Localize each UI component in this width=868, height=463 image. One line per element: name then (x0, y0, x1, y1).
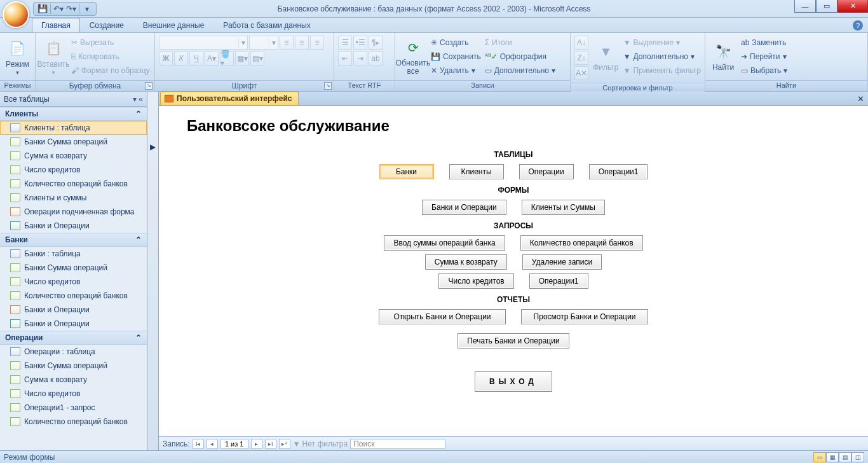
advanced-filter-button[interactable]: ▼Дополнительно▾ (623, 50, 701, 64)
exit-button[interactable]: ВЫХОД (475, 371, 552, 392)
datasheet-view-button[interactable]: ▦ (826, 452, 839, 462)
delete-record-button[interactable]: ✕Удалить▾ (431, 64, 481, 78)
navpane-item[interactable]: Число кредитов (0, 387, 147, 401)
form-button[interactable]: Операции (519, 164, 574, 179)
next-record-button[interactable]: ▸ (251, 439, 262, 449)
navpane-item[interactable]: Операции1 - запрос (0, 401, 147, 415)
save-icon[interactable]: 💾 (37, 4, 48, 14)
design-view-button[interactable]: ◫ (851, 452, 864, 462)
ribbon-group-label: Текст RTF (334, 80, 395, 91)
ribbon-group-clipboard: 📋 Вставить ▼ ✂Вырезать ⎘Копировать 🖌Форм… (36, 33, 155, 91)
dialog-launcher-icon[interactable]: ↘ (145, 82, 153, 90)
goto-button[interactable]: ➜Перейти▾ (741, 50, 787, 64)
save-record-button[interactable]: 💾Сохранить (431, 50, 481, 64)
layout-view-button[interactable]: ▤ (839, 452, 851, 462)
record-number-input[interactable] (220, 439, 248, 449)
navpane-item[interactable]: Сумма к возврату (0, 373, 147, 387)
navpane-item[interactable]: Банки Сумма операций (0, 261, 147, 275)
first-record-button[interactable]: I◂ (193, 439, 204, 449)
numbering-icon: ☰ (338, 36, 352, 50)
replace-button[interactable]: abЗаменить (741, 36, 787, 50)
navpane-item[interactable]: Клиенты и суммы (0, 191, 147, 205)
form-button[interactable]: Печать Банки и Операции (458, 333, 569, 349)
navpane-item[interactable]: Банки Сумма операций (0, 359, 147, 373)
new-record-nav-button[interactable]: ▸* (279, 439, 290, 449)
office-button[interactable] (3, 1, 29, 28)
search-box[interactable]: Поиск (350, 439, 445, 449)
navpane-item[interactable]: Операции подчиненная форма (0, 205, 147, 219)
form-button[interactable]: Клиенты и Суммы (522, 200, 605, 215)
view-button[interactable]: 📄 Режим ▼ (4, 36, 31, 78)
form-button[interactable]: Просмотр Банки и Операции (521, 309, 648, 324)
navpane-item[interactable]: Банки и Операции (0, 317, 147, 331)
form-button[interactable]: Операции1 (529, 273, 588, 289)
form-button[interactable]: Банки и Операции (422, 200, 506, 215)
form-button[interactable]: Количество операций банков (520, 235, 643, 251)
form-button[interactable]: Операции1 (589, 164, 648, 179)
spelling-button[interactable]: ᴬᴮ✓Орфография (485, 50, 555, 64)
report-icon (10, 221, 20, 230)
navpane-item-label: Операции1 - запрос (24, 403, 95, 412)
navpane-group-header[interactable]: Операции⌃ (0, 331, 147, 345)
navpane-item-label: Число кредитов (24, 389, 80, 398)
navpane-item[interactable]: Количество операций банков (0, 289, 147, 303)
navpane-item[interactable]: Операции : таблица (0, 345, 147, 359)
more-button[interactable]: ▭Дополнительно▾ (485, 64, 555, 78)
form-button[interactable]: Удаление записи (522, 254, 602, 270)
form-button[interactable]: Сумма к возврату (425, 254, 507, 270)
redo-icon[interactable]: ↷▾ (66, 4, 76, 14)
help-icon[interactable]: ? (853, 20, 863, 31)
navpane-item[interactable]: Число кредитов (0, 275, 147, 289)
chevron-down-icon: ▾ « (133, 95, 143, 104)
navpane-item[interactable]: Сумма к возврату (0, 149, 147, 163)
navpane-item[interactable]: Банки Сумма операций (0, 135, 147, 149)
navpane-item[interactable]: Банки и Операции (0, 303, 147, 317)
dialog-launcher-icon[interactable]: ↘ (324, 82, 332, 90)
selection-icon: ▼ (623, 38, 631, 47)
indent-inc-icon: ⇥ (353, 52, 367, 66)
undo-icon[interactable]: ↶▾ (53, 4, 64, 14)
navpane-group-header[interactable]: Банки⌃ (0, 233, 147, 247)
refresh-all-button[interactable]: ⟳ Обновить все (399, 36, 427, 78)
navpane-item-label: Банки Сумма операций (24, 361, 107, 370)
ribbon-tab[interactable]: Работа с базами данных (214, 18, 320, 32)
last-record-button[interactable]: ▸I (265, 439, 276, 449)
navpane-item[interactable]: Количество операций банков (0, 415, 147, 429)
navpane-list[interactable]: Клиенты⌃Клиенты : таблицаБанки Сумма опе… (0, 107, 147, 450)
close-button[interactable]: ✕ (837, 0, 868, 13)
form-button[interactable]: Открыть Банки и Операции (379, 309, 506, 324)
navpane-item[interactable]: Количество операций банков (0, 177, 147, 191)
shutter-bar[interactable]: ▶ (147, 92, 159, 450)
form-button[interactable]: Число кредитов (438, 273, 513, 289)
form-button[interactable]: Банки (379, 164, 434, 179)
totals-button: ΣИтоги (485, 36, 555, 50)
navpane-item[interactable]: Клиенты : таблица (0, 121, 147, 135)
font-color-icon: A▾ (205, 52, 219, 66)
qat-customize-icon[interactable]: ▾ (82, 4, 92, 14)
maximize-button[interactable]: ▭ (816, 0, 837, 13)
ribbon-tab[interactable]: Внешние данные (133, 18, 214, 32)
ribbon-tab[interactable]: Главная (32, 18, 80, 32)
form-button[interactable]: Клиенты (449, 164, 504, 179)
close-tab-icon[interactable]: ✕ (857, 94, 864, 104)
find-button[interactable]: 🔭 Найти (709, 36, 737, 78)
new-record-button[interactable]: ✳Создать (431, 36, 481, 50)
navpane-header[interactable]: Все таблицы ▾ « (0, 92, 147, 107)
navpane-item[interactable]: Число кредитов (0, 163, 147, 177)
form-view-button[interactable]: ▭ (813, 452, 826, 462)
ribbon-tab[interactable]: Создание (80, 18, 133, 32)
query-icon (10, 389, 20, 398)
navpane-item[interactable]: Банки : таблица (0, 247, 147, 261)
select-button[interactable]: ▭Выбрать▾ (741, 64, 787, 78)
document-tab[interactable]: Пользовательский интерфейс (160, 92, 299, 105)
navpane-item[interactable]: Банки и Операции (0, 219, 147, 233)
navpane-item-label: Сумма к возврату (24, 151, 87, 160)
minimize-button[interactable]: — (794, 0, 816, 13)
form-title: Банковсоке обслуживание (187, 117, 843, 135)
form-button[interactable]: Ввод суммы операций банка (384, 235, 505, 251)
document-area: Пользовательский интерфейс ✕ Банковсоке … (159, 92, 868, 450)
prev-record-button[interactable]: ◂ (207, 439, 218, 449)
navpane-item-label: Банки и Операции (24, 221, 90, 230)
navpane-group-header[interactable]: Клиенты⌃ (0, 107, 147, 121)
refresh-icon: ⟳ (403, 38, 423, 58)
